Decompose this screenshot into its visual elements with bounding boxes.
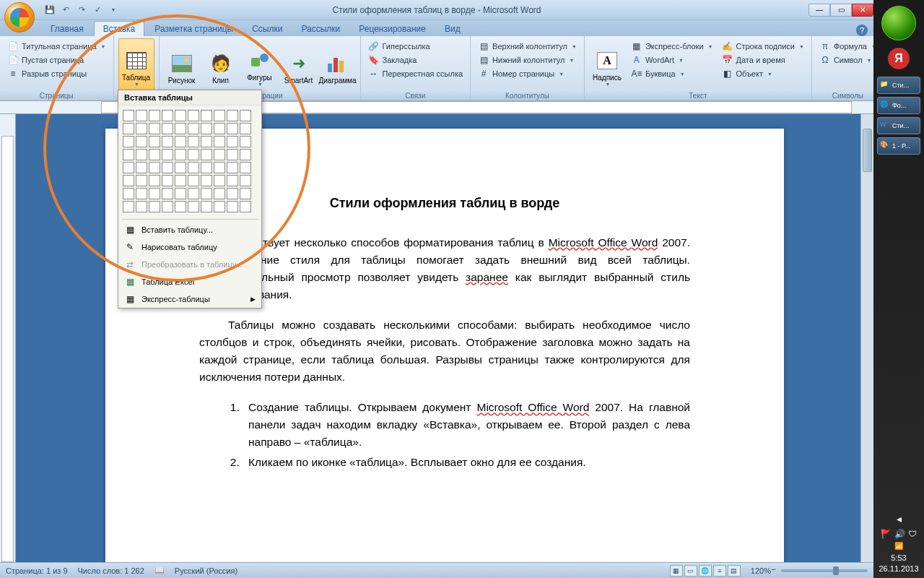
- taskbar-item[interactable]: 🌐Фо...: [877, 97, 920, 114]
- grid-cell[interactable]: [188, 123, 199, 134]
- zoom-level[interactable]: 120%: [751, 566, 771, 575]
- quick-tables-item[interactable]: ▦Экспресс-таблицы▶: [118, 290, 261, 308]
- grid-cell[interactable]: [175, 110, 186, 121]
- view-print-layout[interactable]: ▦: [670, 565, 683, 577]
- grid-cell[interactable]: [123, 201, 134, 212]
- insert-table-item[interactable]: ▦Вставить таблицу...: [118, 221, 261, 238]
- save-icon[interactable]: 💾: [43, 4, 56, 17]
- object-button[interactable]: ◧Объект▼: [719, 67, 807, 80]
- flag-icon[interactable]: 🚩: [881, 529, 892, 539]
- grid-cell[interactable]: [162, 149, 173, 160]
- cover-page-button[interactable]: 📄Титульная страница▼: [4, 40, 109, 53]
- grid-cell[interactable]: [240, 162, 251, 173]
- grid-cell[interactable]: [214, 188, 225, 199]
- grid-cell[interactable]: [136, 201, 147, 212]
- grid-cell[interactable]: [227, 162, 238, 173]
- table-grid-picker[interactable]: [118, 105, 261, 217]
- grid-cell[interactable]: [175, 136, 186, 147]
- grid-cell[interactable]: [227, 136, 238, 147]
- grid-cell[interactable]: [123, 110, 134, 121]
- grid-cell[interactable]: [149, 110, 160, 121]
- grid-cell[interactable]: [201, 175, 212, 186]
- textbox-button[interactable]: AНадпись▼: [589, 38, 625, 98]
- grid-cell[interactable]: [227, 123, 238, 134]
- scroll-thumb[interactable]: [863, 129, 872, 172]
- grid-cell[interactable]: [201, 149, 212, 160]
- grid-cell[interactable]: [175, 162, 186, 173]
- taskbar-item[interactable]: WСти...: [877, 117, 920, 134]
- grid-cell[interactable]: [149, 136, 160, 147]
- redo-icon[interactable]: ↷: [75, 4, 88, 17]
- grid-cell[interactable]: [136, 175, 147, 186]
- grid-cell[interactable]: [175, 201, 186, 212]
- yandex-icon[interactable]: Я: [888, 48, 910, 69]
- chart-button[interactable]: Диаграмма: [320, 38, 356, 98]
- equation-button[interactable]: πФормула▼: [816, 40, 879, 53]
- hyperlink-button[interactable]: 🔗Гиперссылка: [365, 40, 466, 53]
- help-icon[interactable]: ?: [856, 25, 868, 36]
- tray-arrow-icon[interactable]: ◂: [873, 513, 924, 525]
- pagenum-button[interactable]: #Номер страницы▼: [475, 67, 580, 80]
- grid-cell[interactable]: [214, 175, 225, 186]
- office-button[interactable]: [4, 2, 35, 33]
- status-language[interactable]: Русский (Россия): [175, 566, 237, 575]
- tray-icon[interactable]: 🛡: [908, 529, 917, 539]
- grid-cell[interactable]: [149, 162, 160, 173]
- draw-table-item[interactable]: ✎Нарисовать таблицу: [118, 238, 261, 256]
- network-icon[interactable]: 📶: [873, 542, 924, 550]
- undo-icon[interactable]: ↶: [59, 4, 72, 17]
- tab-view[interactable]: Вид: [436, 22, 469, 36]
- grid-cell[interactable]: [136, 123, 147, 134]
- wordart-button[interactable]: AWordArt▼: [628, 53, 716, 66]
- grid-cell[interactable]: [240, 136, 251, 147]
- tab-mailings[interactable]: Рассылки: [292, 22, 349, 36]
- view-outline[interactable]: ≡: [713, 565, 726, 577]
- grid-cell[interactable]: [214, 123, 225, 134]
- spellcheck-icon[interactable]: ✓: [91, 4, 104, 17]
- qat-customize-icon[interactable]: ▾: [107, 4, 120, 17]
- grid-cell[interactable]: [201, 123, 212, 134]
- quickparts-button[interactable]: ▦Экспресс-блоки▼: [628, 40, 716, 53]
- minimize-button[interactable]: —: [808, 4, 830, 17]
- view-full-screen[interactable]: ▭: [684, 565, 697, 577]
- crossref-button[interactable]: ↔Перекрестная ссылка: [365, 67, 466, 80]
- status-proofing-icon[interactable]: 📖: [154, 566, 165, 575]
- grid-cell[interactable]: [201, 188, 212, 199]
- grid-cell[interactable]: [188, 162, 199, 173]
- blank-page-button[interactable]: 📄Пустая страница: [4, 53, 109, 66]
- view-web[interactable]: 🌐: [699, 565, 712, 577]
- grid-cell[interactable]: [136, 136, 147, 147]
- grid-cell[interactable]: [162, 136, 173, 147]
- grid-cell[interactable]: [214, 136, 225, 147]
- grid-cell[interactable]: [201, 110, 212, 121]
- grid-cell[interactable]: [162, 201, 173, 212]
- status-words[interactable]: Число слов: 1 262: [78, 566, 144, 575]
- excel-table-item[interactable]: ▦Таблица Excel: [118, 273, 261, 290]
- grid-cell[interactable]: [175, 123, 186, 134]
- grid-cell[interactable]: [162, 175, 173, 186]
- grid-cell[interactable]: [149, 123, 160, 134]
- grid-cell[interactable]: [136, 162, 147, 173]
- grid-cell[interactable]: [149, 149, 160, 160]
- maximize-button[interactable]: ▭: [830, 4, 852, 17]
- grid-cell[interactable]: [227, 188, 238, 199]
- header-button[interactable]: ▤Верхний колонтитул▼: [475, 40, 580, 53]
- grid-cell[interactable]: [149, 188, 160, 199]
- vertical-scrollbar[interactable]: [860, 114, 873, 562]
- grid-cell[interactable]: [162, 123, 173, 134]
- grid-cell[interactable]: [175, 188, 186, 199]
- grid-cell[interactable]: [123, 175, 134, 186]
- grid-cell[interactable]: [201, 136, 212, 147]
- grid-cell[interactable]: [188, 149, 199, 160]
- page-break-button[interactable]: ≡Разрыв страницы: [4, 67, 109, 80]
- grid-cell[interactable]: [123, 162, 134, 173]
- grid-cell[interactable]: [188, 175, 199, 186]
- grid-cell[interactable]: [240, 110, 251, 121]
- grid-cell[interactable]: [175, 175, 186, 186]
- taskbar-item[interactable]: 🎨1 - P...: [877, 137, 920, 155]
- grid-cell[interactable]: [123, 188, 134, 199]
- footer-button[interactable]: ▤Нижний колонтитул▼: [475, 53, 580, 66]
- zoom-slider[interactable]: [781, 569, 868, 572]
- grid-cell[interactable]: [240, 201, 251, 212]
- grid-cell[interactable]: [188, 136, 199, 147]
